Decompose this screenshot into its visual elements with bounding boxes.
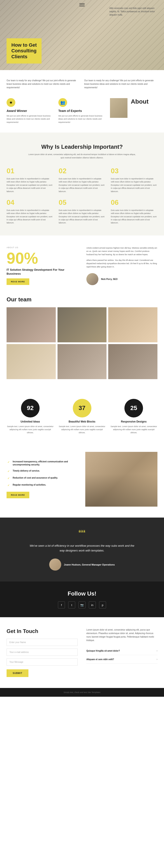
testimonial-person: Joann Hudson, General Manager Operations bbox=[13, 559, 151, 570]
about-box: About bbox=[110, 98, 157, 118]
benefit-check-1: ✓ bbox=[7, 460, 10, 464]
team-photo-3 bbox=[108, 307, 157, 342]
award-title: Award Winner bbox=[7, 109, 54, 113]
stats-right: Article evident arrived express highest … bbox=[86, 246, 157, 285]
team-photo-4 bbox=[7, 344, 56, 379]
team-photo-1 bbox=[7, 307, 56, 342]
contact-form: Get In Touch Submit bbox=[7, 628, 78, 677]
email-input[interactable] bbox=[7, 649, 78, 656]
team-photo-6 bbox=[108, 344, 157, 379]
leadership-text-6: Duis aute irure dolor in reprehenderit i… bbox=[111, 209, 157, 224]
counter-desc-1: Sample text. Lorem ipsum dolor sit amet,… bbox=[7, 425, 54, 434]
footer: Simply test, check and test Site Templat… bbox=[0, 688, 164, 697]
benefit-check-2: ✓ bbox=[7, 469, 10, 473]
facebook-icon[interactable]: f bbox=[58, 601, 65, 609]
counter-item-2: 37 Beautiful Web Blocks Sample text. Lor… bbox=[58, 399, 106, 434]
leadership-number-5: 05 bbox=[58, 198, 105, 207]
benefit-item-2: ✓ Timely delivery of service. bbox=[7, 469, 79, 473]
about-text: About bbox=[131, 98, 149, 105]
leadership-text-3: Duis aute irure dolor in reprehenderit i… bbox=[111, 177, 157, 193]
counter-circle-2: 37 bbox=[73, 399, 91, 417]
social-icons: f t 📷 in p bbox=[7, 601, 157, 609]
person-name: Nick Perry, SEO bbox=[101, 277, 117, 281]
award-box: ★ Award Winner We put our joint efforts … bbox=[7, 98, 54, 124]
benefit-check-3: ✓ bbox=[7, 476, 10, 480]
faq-item-1[interactable]: Quisque fringilla sit amet dolor? › bbox=[86, 647, 157, 655]
message-input[interactable] bbox=[7, 658, 78, 665]
hero-section: Alibi venenatis cras sed felis eget veli… bbox=[0, 0, 164, 70]
team-photo-2 bbox=[57, 307, 107, 342]
stats-person: Nick Perry, SEO bbox=[86, 273, 157, 285]
pinterest-icon[interactable]: p bbox=[99, 601, 106, 609]
benefit-text-1: Increased transparency, efficient commun… bbox=[13, 460, 79, 466]
intro-right: Our team is ready for any challenge! We … bbox=[84, 79, 157, 89]
counter-desc-3: Sample text. Lorem ipsum dolor sit amet,… bbox=[110, 425, 157, 434]
hero-title: How to Get Consulting Clients bbox=[11, 42, 37, 60]
faq-question-1: Quisque fringilla sit amet dolor? bbox=[86, 650, 120, 652]
big-percent: 90% bbox=[7, 250, 78, 266]
name-input[interactable] bbox=[7, 639, 78, 646]
counter-desc-2: Sample text. Lorem ipsum dolor sit amet,… bbox=[58, 425, 106, 434]
faq-arrow-2: › bbox=[157, 658, 157, 661]
testimonial-name: Joann Hudson, General Manager Operations bbox=[64, 563, 115, 566]
faq-item-2[interactable]: Aliquam et sem nibh velit? › bbox=[86, 655, 157, 664]
award-text: We put our joint efforts to generate bra… bbox=[7, 114, 54, 124]
contact-right: Lorem ipsum dolor sit amet, consectetur … bbox=[86, 628, 157, 677]
award-icon: ★ bbox=[7, 98, 15, 107]
counters-section: 92 Unlimited Ideas Sample text. Lorem ip… bbox=[0, 390, 164, 443]
leadership-text-2: Duis aute irure dolor in reprehenderit i… bbox=[58, 177, 105, 193]
menu-icon[interactable] bbox=[79, 3, 85, 6]
hero-right-text: Alibi venenatis cras sed felis eget veli… bbox=[109, 7, 157, 18]
team-experts-text: We put our joint efforts to generate bra… bbox=[58, 114, 106, 124]
counter-title-1: Unlimited Ideas bbox=[7, 420, 54, 423]
leadership-item-2: 02 Duis aute irure dolor in reprehenderi… bbox=[58, 167, 105, 193]
follow-section: Follow Us! f t 📷 in p bbox=[0, 582, 164, 617]
faq-arrow-1: › bbox=[157, 649, 157, 652]
benefits-photo bbox=[85, 452, 157, 506]
benefit-check-4: ✓ bbox=[7, 484, 10, 487]
team-grid bbox=[7, 307, 157, 379]
leadership-number-2: 02 bbox=[58, 167, 105, 175]
counter-circle-1: 92 bbox=[21, 399, 40, 417]
email-field[interactable] bbox=[7, 649, 78, 656]
contact-right-text: Lorem ipsum dolor sit amet, consectetur … bbox=[86, 628, 157, 642]
leadership-title: Why Is Leadership Important? bbox=[7, 144, 157, 150]
stats-text-1: Article evident arrived express highest … bbox=[86, 246, 157, 256]
counter-circle-3: 25 bbox=[124, 399, 143, 417]
team-icon: 👥 bbox=[58, 98, 67, 107]
linkedin-icon[interactable]: in bbox=[89, 601, 96, 609]
benefit-item-1: ✓ Increased transparency, efficient comm… bbox=[7, 460, 79, 466]
counter-item-3: 25 Responsive Designs Sample text. Lorem… bbox=[110, 399, 157, 434]
about-title: About bbox=[131, 98, 149, 105]
benefits-section: ✓ Increased transparency, efficient comm… bbox=[0, 443, 164, 518]
team-experts-box: 👥 Team of Experts We put our joint effor… bbox=[58, 98, 106, 124]
instagram-icon[interactable]: 📷 bbox=[79, 601, 85, 609]
benefit-item-4: ✓ Regular monitoring of activities. bbox=[7, 484, 79, 487]
name-field[interactable] bbox=[7, 639, 78, 646]
leadership-item-3: 03 Duis aute irure dolor in reprehenderi… bbox=[111, 167, 157, 193]
leadership-intro: Lorem ipsum dolor sit amet, consectetur … bbox=[27, 153, 137, 159]
testimonial-section: ““ We've seen a lot of efficiency in our… bbox=[0, 518, 164, 582]
team-experts-title: Team of Experts bbox=[58, 109, 106, 113]
about-us-label: ABOUT US bbox=[7, 246, 78, 249]
benefits-read-more-button[interactable]: READ MORE bbox=[7, 492, 29, 498]
benefit-text-4: Regular monitoring of activities. bbox=[13, 484, 46, 487]
intro-section: Our team is ready for any challenge! We … bbox=[0, 70, 164, 98]
hero-content-box: How to Get Consulting Clients bbox=[7, 38, 42, 64]
benefit-text-2: Timely delivery of service. bbox=[13, 469, 40, 472]
read-more-button[interactable]: READ MORE bbox=[7, 278, 29, 285]
submit-button[interactable]: Submit bbox=[7, 669, 29, 677]
contact-title: Get In Touch bbox=[7, 628, 78, 634]
footer-text: Simply test, check and test Site Templat… bbox=[7, 691, 157, 693]
team-photo-5 bbox=[57, 344, 107, 379]
twitter-icon[interactable]: t bbox=[68, 601, 75, 609]
counter-item-1: 92 Unlimited Ideas Sample text. Lorem ip… bbox=[7, 399, 54, 434]
benefits-read-more: READ MORE bbox=[7, 492, 79, 498]
person-photo bbox=[86, 273, 98, 285]
testimonial-photo bbox=[49, 559, 61, 570]
contact-section: Get In Touch Submit Lorem ipsum dolor si… bbox=[0, 617, 164, 688]
stats-subtitle: IT Solution Strategy Development For You… bbox=[7, 268, 78, 276]
message-field[interactable] bbox=[7, 658, 78, 665]
stats-text-2: others there passed her wishes. You day … bbox=[86, 259, 157, 269]
leadership-item-1: 01 Duis aute irure dolor in reprehenderi… bbox=[7, 167, 53, 193]
